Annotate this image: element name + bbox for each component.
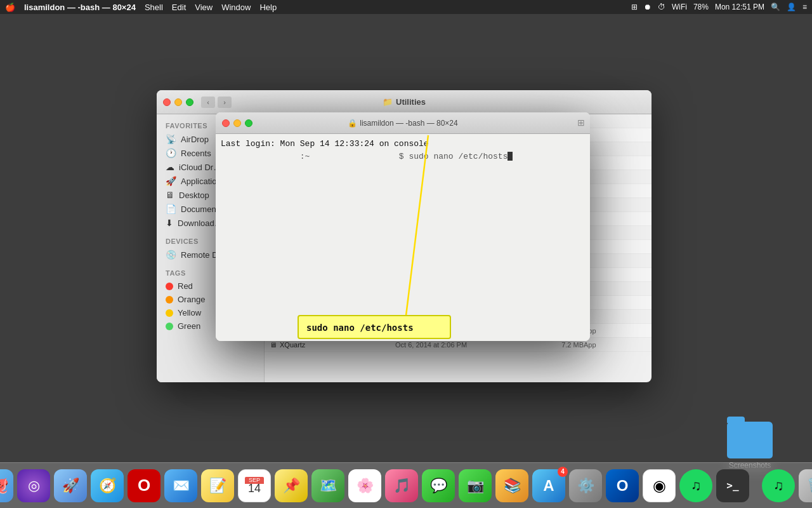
menubar-left: 🍎 lisamildon — -bash — 80×24 Shell Edit …	[5, 3, 277, 12]
mail-icon: ✉️	[173, 478, 190, 494]
menu-edit[interactable]: Edit	[172, 3, 186, 12]
siri-icon: ◎	[28, 478, 40, 494]
dock-item-outlook[interactable]: O	[606, 469, 639, 502]
dock-item-messages[interactable]: 💬	[422, 469, 455, 502]
apple-menu[interactable]: 🍎	[5, 3, 15, 12]
green-tag-dot	[166, 323, 173, 330]
red-tag-dot	[166, 283, 173, 290]
menu-view[interactable]: View	[195, 3, 213, 12]
traffic-lights[interactable]	[163, 98, 193, 106]
dock-item-facetime[interactable]: 📷	[459, 469, 492, 502]
battery-indicator: 78%	[693, 3, 709, 11]
desktop-icon: 🖥	[166, 190, 174, 200]
maps-icon: 🗺️	[320, 478, 337, 494]
dock-item-finder[interactable]: 🐙	[0, 469, 13, 502]
dock-item-appstore[interactable]: A 4	[532, 469, 565, 502]
finder-titlebar: ‹ › 📁 Utilities	[157, 90, 652, 114]
spotify2-icon: ♫	[773, 478, 784, 494]
back-button[interactable]: ‹	[201, 97, 215, 108]
datetime-display: Mon 12:51 PM	[715, 3, 764, 11]
terminal-title: 🔒 lisamildon — -bash — 80×24	[348, 119, 457, 128]
messages-icon: 💬	[430, 478, 447, 494]
recents-icon: 🕐	[166, 148, 176, 158]
dock-item-safari[interactable]: 🧭	[91, 469, 124, 502]
login-line: Last login: Mon Sep 14 12:33:24 on conso…	[221, 138, 585, 150]
calendar-icon: SEP 14	[245, 477, 264, 494]
finder-icon: 🐙	[0, 474, 9, 497]
app-name[interactable]: lisamildon — -bash — 80×24	[24, 3, 136, 12]
yellow-tag-dot	[166, 309, 173, 317]
control-center-icon[interactable]: ⊞	[631, 3, 638, 11]
dock-item-maps[interactable]: 🗺️	[311, 469, 344, 502]
downloads-icon: ⬇	[166, 218, 173, 228]
terminal-window: 🔒 lisamildon — -bash — 80×24 ⊞ Last logi…	[216, 112, 590, 341]
dock-item-calendar[interactable]: SEP 14	[238, 469, 271, 502]
trash-icon: 🗑️	[807, 478, 813, 494]
syspreferences-icon: ⚙️	[577, 478, 594, 494]
dock-item-chrome[interactable]: ◉	[643, 469, 676, 502]
orange-tag-dot	[166, 296, 173, 304]
terminal-prompt[interactable]: :~ $ sudo nano /etc/hosts	[221, 150, 585, 163]
safari-icon: 🧭	[99, 478, 116, 494]
search-icon[interactable]: 🔍	[771, 3, 780, 11]
applications-icon: 🚀	[166, 176, 176, 186]
dock-item-opera[interactable]: O	[128, 469, 160, 502]
stickies-icon: 📌	[283, 478, 300, 494]
dock-item-syspreferences[interactable]: ⚙️	[569, 469, 602, 502]
notes-icon: 📝	[209, 478, 226, 494]
dock-item-books[interactable]: 📚	[495, 469, 528, 502]
appstore-icon: A	[543, 477, 554, 495]
minimize-button[interactable]	[174, 98, 182, 106]
terminal-traffic-lights[interactable]	[222, 119, 252, 127]
terminal-settings-icon[interactable]: ⊞	[577, 117, 585, 128]
finder-nav[interactable]: ‹ ›	[201, 97, 232, 108]
dock-item-siri[interactable]: ◎	[17, 469, 50, 502]
cursor	[508, 152, 513, 161]
remote-icon: 💿	[166, 250, 176, 260]
folder-icon	[727, 422, 773, 458]
books-icon: 📚	[504, 478, 521, 494]
list-icon[interactable]: ≡	[802, 3, 807, 11]
appstore-badge: 4	[558, 467, 568, 477]
terminal-titlebar: 🔒 lisamildon — -bash — 80×24 ⊞	[216, 112, 590, 134]
music-icon: 🎵	[393, 478, 410, 494]
terminal-maximize-button[interactable]	[245, 119, 252, 127]
lock-icon: 🔒	[348, 119, 357, 128]
menu-shell[interactable]: Shell	[145, 3, 163, 12]
menubar-right: ⊞ ⏺ ⏱ WiFi 78% Mon 12:51 PM 🔍 👤 ≡	[631, 0, 807, 14]
facetime-icon: 📷	[467, 478, 484, 494]
record-icon[interactable]: ⏺	[644, 3, 652, 11]
clock-icon[interactable]: ⏱	[658, 3, 665, 11]
dock-item-notes[interactable]: 📝	[201, 469, 234, 502]
terminal-minimize-button[interactable]	[233, 119, 241, 127]
app-icon: 🖥	[270, 341, 277, 349]
avatar-icon[interactable]: 👤	[787, 3, 796, 11]
close-button[interactable]	[163, 98, 171, 106]
launchpad-icon: 🚀	[62, 478, 79, 494]
dock-item-music[interactable]: 🎵	[385, 469, 418, 502]
terminal-body[interactable]: Last login: Mon Sep 14 12:33:24 on conso…	[216, 134, 590, 341]
dock: 🐙 ◎ 🚀 🧭 O ✉️ 📝 SEP 14	[0, 462, 812, 508]
dock-item-launchpad[interactable]: 🚀	[54, 469, 87, 502]
forward-button[interactable]: ›	[218, 97, 232, 108]
dock-item-spotify[interactable]: ♫	[679, 469, 712, 502]
terminal-close-button[interactable]	[222, 119, 230, 127]
icloud-icon: ☁	[166, 162, 174, 172]
maximize-button[interactable]	[186, 98, 193, 106]
dock-item-photos[interactable]: 🌸	[348, 469, 381, 502]
desktop: ‹ › 📁 Utilities Favorites 📡 AirDrop 🕐 Re…	[0, 14, 812, 508]
menu-help[interactable]: Help	[259, 3, 277, 12]
wifi-icon[interactable]: WiFi	[672, 3, 687, 11]
dock-item-stickies[interactable]: 📌	[275, 469, 308, 502]
airdrop-icon: 📡	[166, 134, 176, 144]
outlook-icon: O	[617, 477, 629, 495]
photos-icon: 🌸	[357, 478, 374, 494]
opera-icon: O	[138, 476, 150, 495]
dock-item-terminal[interactable]: >_	[716, 469, 749, 502]
dock-item-mail[interactable]: ✉️	[164, 469, 197, 502]
terminal-icon: >_	[726, 479, 738, 491]
finder-title: 📁 Utilities	[383, 97, 426, 107]
dock-item-trash[interactable]: 🗑️	[799, 469, 812, 502]
menu-window[interactable]: Window	[221, 3, 251, 12]
dock-item-spotify2[interactable]: ♫	[762, 469, 795, 502]
